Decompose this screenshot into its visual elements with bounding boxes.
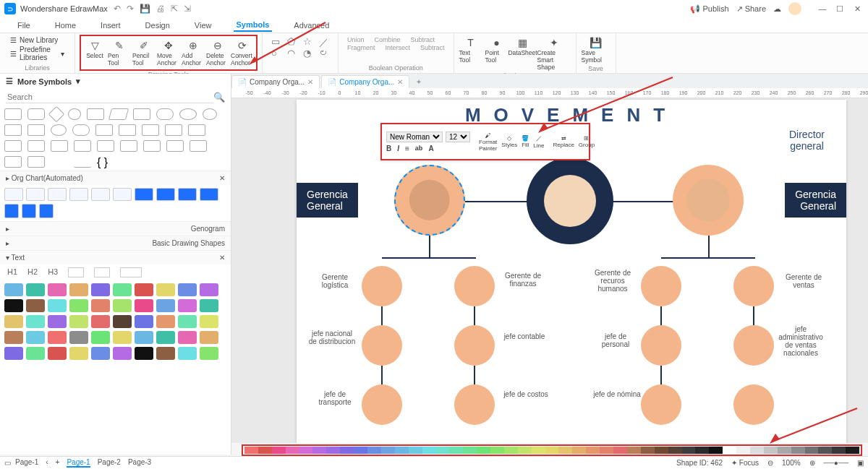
org-node[interactable] [362,266,402,306]
badge-thumb[interactable] [113,283,132,296]
close-button[interactable]: ✕ [851,4,864,14]
shape-arc-icon[interactable]: ◠ [287,48,297,58]
badge-thumb[interactable] [113,299,132,312]
badge-thumb[interactable] [200,331,218,344]
shape-thumb[interactable] [27,108,45,120]
font-select[interactable]: New Roman [386,132,443,142]
color-swatch[interactable] [655,447,668,454]
shape-thumb[interactable] [97,140,114,152]
align-button[interactable]: ≡ [405,145,409,152]
color-swatch[interactable] [409,447,422,454]
convert-anchor-tool[interactable]: ⟳Convert Anchor [230,38,255,68]
shape-thumb[interactable] [51,156,68,168]
badge-thumb[interactable] [4,299,23,312]
close-tab-icon[interactable]: ✕ [397,78,403,86]
badge-thumb[interactable] [4,347,23,360]
color-swatch[interactable] [695,447,709,454]
color-swatch[interactable] [504,447,518,454]
badge-thumb[interactable] [135,283,153,296]
badge-thumb[interactable] [178,299,197,312]
shape-thumb[interactable] [27,140,45,152]
shape-line-icon[interactable]: ／ [319,36,329,46]
org-node[interactable] [733,266,774,306]
badge-thumb[interactable] [200,299,218,312]
status-page-1[interactable]: Page-1 [15,458,38,468]
format-painter-button[interactable]: 🖌Format Painter [479,132,497,152]
section-text[interactable]: ▾ Text✕ [0,250,231,264]
badge-thumb[interactable] [48,331,67,344]
shape-thumb[interactable] [72,124,90,136]
page-tab-1[interactable]: Page-1 [67,458,90,468]
badge-thumb[interactable] [135,299,153,312]
badge-thumb[interactable] [26,331,45,344]
color-swatch[interactable] [709,447,723,454]
color-swatch[interactable] [518,447,532,454]
shape-thumb[interactable] [4,140,22,152]
color-swatch[interactable] [449,447,463,454]
replace-button[interactable]: ⇄Replace [553,135,574,148]
shape-star-icon[interactable]: ☆ [303,36,313,46]
shape-spiral-icon[interactable]: ౿ [319,48,329,58]
badge-thumb[interactable] [69,283,88,296]
cloud-icon[interactable]: ☁ [773,4,781,14]
shape-thumb[interactable] [51,124,67,136]
badge-thumb[interactable] [26,283,45,296]
color-swatch[interactable] [299,447,313,454]
maximize-button[interactable]: ☐ [833,4,846,14]
color-swatch[interactable] [258,447,272,454]
color-swatch[interactable] [682,447,696,454]
color-swatch[interactable] [545,447,559,454]
color-swatch[interactable] [354,447,367,454]
redo-icon[interactable]: ↷ [127,4,134,14]
badge-thumb[interactable] [69,347,88,360]
shape-thumb[interactable] [142,124,159,136]
text-box-thumb[interactable] [94,267,110,277]
org-node-selected[interactable] [394,165,465,236]
fragment-button[interactable]: Fragment [347,44,375,51]
new-library-button[interactable]: ☰ New Library [10,36,64,44]
org-thumb[interactable] [48,188,67,201]
focus-toggle[interactable]: ✦ Focus [731,459,759,467]
font-color-button[interactable]: A [428,145,433,152]
shape-thumb[interactable] [190,140,207,152]
color-swatch[interactable] [764,447,778,454]
section-genogram[interactable]: ▸ Genogram [0,221,231,236]
badge-thumb[interactable] [26,315,45,328]
shape-thumb[interactable] [48,106,65,123]
export-icon[interactable]: ⇱ [171,4,178,14]
org-node[interactable] [641,266,681,306]
badge-thumb[interactable] [156,331,175,344]
shape-thumb[interactable] [51,140,68,152]
shape-thumb[interactable] [27,156,45,168]
org-thumb[interactable] [4,204,19,218]
badge-thumb[interactable] [113,347,132,360]
publish-button[interactable]: 📢 Publish [690,4,728,14]
menu-home[interactable]: Home [52,20,79,31]
shape-thumb[interactable] [109,108,129,120]
section-basic-shapes[interactable]: ▸ Basic Drawing Shapes [0,236,231,250]
group-button[interactable]: ⊞Group [579,135,595,148]
smart-shape-button[interactable]: ✦Create Smart Shape [537,35,571,72]
color-swatch[interactable] [723,447,736,454]
close-tab-icon[interactable]: ✕ [307,78,313,86]
color-swatch[interactable] [736,447,750,454]
color-swatch[interactable] [272,447,286,454]
shape-rect-icon[interactable]: ▭ [271,36,281,46]
h3-tag[interactable]: H3 [48,267,58,277]
print-icon[interactable]: 🖨 [156,4,165,14]
color-swatch[interactable] [750,447,764,454]
org-thumb[interactable] [156,188,175,201]
more-symbols-header[interactable]: ☰ More Symbols ▾ [0,74,231,89]
badge-thumb[interactable] [156,299,175,312]
text-tool-button[interactable]: TText Tool [459,35,483,72]
shape-thumb[interactable] [119,124,136,136]
color-swatch[interactable] [613,447,627,454]
color-swatch[interactable] [244,447,258,454]
textcase-button[interactable]: ab [415,145,423,152]
shape-thumb[interactable] [27,124,45,136]
line-button[interactable]: ／Line [533,134,544,149]
shape-thumb[interactable] [156,108,174,120]
org-node[interactable] [673,165,744,236]
intersect-button[interactable]: Intersect [386,44,411,51]
doc-tab-1[interactable]: 📄 Company Orga... ✕ [231,75,320,88]
